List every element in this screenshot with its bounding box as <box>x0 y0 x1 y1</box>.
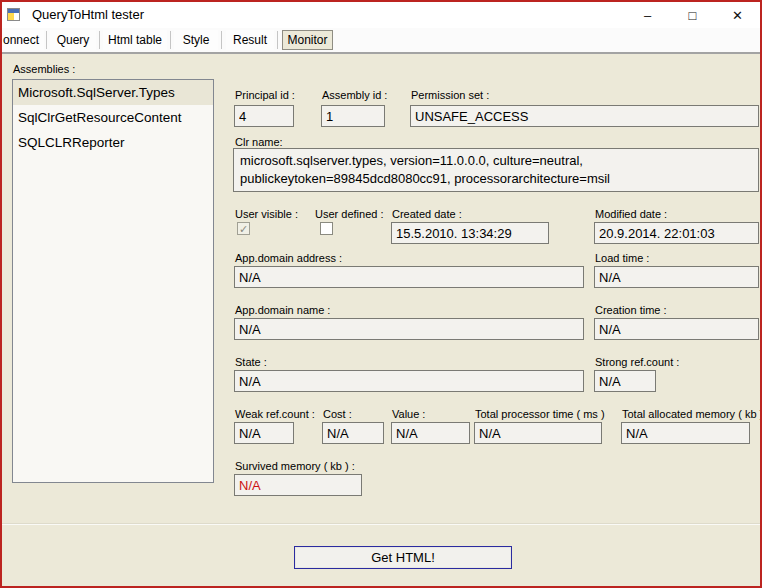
survived-memory-label: Survived memory ( kb ) : <box>235 460 355 472</box>
toolbar-button-monitor[interactable]: Monitor <box>282 30 333 50</box>
strong-ref-count-field[interactable] <box>594 370 656 392</box>
clr-name-field[interactable]: microsoft.sqlserver.types, version=11.0.… <box>233 148 759 192</box>
survived-memory-field[interactable] <box>234 474 362 496</box>
toolbar: onnect Query Html table Style Result Mon… <box>2 28 760 54</box>
modified-date-field[interactable] <box>594 222 759 244</box>
list-item-microsoft-sqlserver-types[interactable]: Microsoft.SqlServer.Types <box>13 80 213 105</box>
window-title: QueryToHtml tester <box>32 2 144 28</box>
assembly-id-label: Assembly id : <box>322 89 387 101</box>
state-label: State : <box>235 356 267 368</box>
user-defined-checkbox[interactable] <box>320 222 333 235</box>
assembly-id-field[interactable] <box>321 105 385 127</box>
close-icon[interactable]: ✕ <box>715 2 760 28</box>
toolbar-separator <box>46 31 47 49</box>
permission-set-label: Permission set : <box>411 89 489 101</box>
value-field[interactable] <box>391 422 470 444</box>
app-icon <box>7 8 20 21</box>
value-label: Value : <box>392 408 425 420</box>
app-icon-body-part <box>8 13 14 20</box>
clr-name-label: Clr name: <box>235 136 283 148</box>
strong-ref-count-label: Strong ref.count : <box>595 356 679 368</box>
list-item-sqlclrgetresourcecontent[interactable]: SqlClrGetResourceContent <box>13 105 213 130</box>
toolbar-button-style[interactable]: Style <box>174 30 218 50</box>
app-window: QueryToHtml tester – □ ✕ onnect Query Ht… <box>0 0 762 588</box>
toolbar-separator <box>277 31 278 49</box>
creation-time-field[interactable] <box>594 318 759 340</box>
bottom-panel-divider <box>2 523 760 525</box>
cost-label: Cost : <box>323 408 352 420</box>
assemblies-label: Assemblies : <box>13 63 75 75</box>
created-date-field[interactable] <box>391 222 549 244</box>
total-processor-time-field[interactable] <box>474 422 602 444</box>
total-processor-time-label: Total processor time ( ms ) <box>475 408 605 420</box>
load-time-label: Load time : <box>595 252 649 264</box>
toolbar-button-connect[interactable]: onnect <box>0 30 44 50</box>
weak-ref-count-field[interactable] <box>234 422 294 444</box>
app-domain-address-field[interactable] <box>234 266 584 288</box>
minimize-icon[interactable]: – <box>625 2 670 28</box>
assemblies-listbox[interactable]: Microsoft.SqlServer.Types SqlClrGetResou… <box>12 79 214 483</box>
get-html-button[interactable]: Get HTML! <box>294 546 512 569</box>
permission-set-field[interactable] <box>410 105 759 127</box>
app-domain-address-label: App.domain address : <box>235 252 342 264</box>
total-allocated-memory-field[interactable] <box>621 422 750 444</box>
user-visible-checkbox[interactable]: ✓ <box>237 222 250 235</box>
app-domain-name-field[interactable] <box>234 318 584 340</box>
state-field[interactable] <box>234 370 584 392</box>
title-bar: QueryToHtml tester – □ ✕ <box>2 2 760 28</box>
toolbar-button-html-table[interactable]: Html table <box>103 30 167 50</box>
created-date-label: Created date : <box>392 208 462 220</box>
app-domain-name-label: App.domain name : <box>235 304 330 316</box>
total-allocated-memory-label: Total allocated memory ( kb ) <box>622 408 762 420</box>
cost-field[interactable] <box>322 422 384 444</box>
principal-id-field[interactable] <box>234 105 294 127</box>
user-defined-label: User defined : <box>315 208 383 220</box>
user-visible-label: User visible : <box>235 208 298 220</box>
principal-id-label: Principal id : <box>235 89 295 101</box>
toolbar-separator <box>221 31 222 49</box>
toolbar-button-query[interactable]: Query <box>50 30 96 50</box>
creation-time-label: Creation time : <box>595 304 667 316</box>
toolbar-button-result[interactable]: Result <box>226 30 274 50</box>
list-item-sqlclrreporter[interactable]: SQLCLRReporter <box>13 130 213 155</box>
maximize-icon[interactable]: □ <box>670 2 715 28</box>
toolbar-separator <box>99 31 100 49</box>
load-time-field[interactable] <box>594 266 759 288</box>
window-controls: – □ ✕ <box>625 2 760 28</box>
modified-date-label: Modified date : <box>595 208 667 220</box>
weak-ref-count-label: Weak ref.count : <box>235 408 315 420</box>
toolbar-separator <box>170 31 171 49</box>
